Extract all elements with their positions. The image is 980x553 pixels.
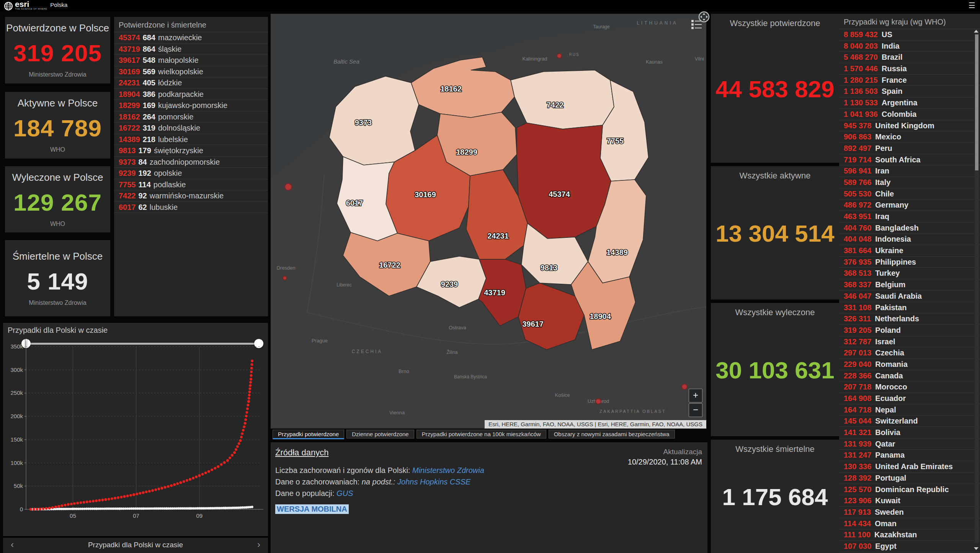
map-extent-icon[interactable] xyxy=(698,11,710,25)
mobile-version-link[interactable]: WERSJA MOBILNA xyxy=(275,504,349,514)
region-value-label: 9373 xyxy=(355,118,372,127)
scroll-up-icon[interactable] xyxy=(974,30,978,33)
map-tab-2[interactable]: Dzienne potwierdzone xyxy=(346,430,414,438)
case-marker-icon[interactable] xyxy=(283,276,287,280)
scroll-down-icon[interactable] xyxy=(974,547,978,550)
region-value-label: 18904 xyxy=(590,312,611,321)
gus-link[interactable]: GUS xyxy=(336,489,353,497)
stat-global-active: Wszystkie aktywne 13 304 514 xyxy=(711,166,839,299)
chart-title: Przypadki dla Polski w czasie xyxy=(8,326,108,335)
carousel-prev-icon[interactable]: ‹ xyxy=(11,538,14,551)
list-item: 1 041 936Colombia xyxy=(839,109,980,120)
map-tab-1[interactable]: Przypadki potwierdzone xyxy=(273,430,344,439)
list-item: 128 392Portugal xyxy=(839,473,980,484)
stat-value: 5 149 xyxy=(27,268,88,295)
stat-source: Ministerstwo Zdrowia xyxy=(29,299,86,306)
app-header: esri THE SCIENCE OF WHERE Polska ☰ xyxy=(0,0,980,11)
map-zoom-out-button[interactable]: − xyxy=(689,403,702,417)
carousel-next-icon[interactable]: › xyxy=(257,538,260,551)
table-row: 18299169kujawsko-pomorskie xyxy=(114,100,268,111)
table-row: 937384zachodniopomorskie xyxy=(114,157,268,168)
list-item: 1 136 503Spain xyxy=(839,86,980,97)
region-value-label: 16722 xyxy=(379,261,400,269)
list-item: 312 787Israel xyxy=(839,336,980,348)
case-marker-icon[interactable] xyxy=(557,54,562,58)
voivodeship-list-title: Potwierdzone i śmiertelne xyxy=(114,17,268,32)
chart-caption-bar: ‹ Przypadki dla Polski w czasie › xyxy=(3,536,268,553)
poland-choropleth-map: 9373181627422775518299453743016960172423… xyxy=(271,14,706,429)
case-marker-icon[interactable] xyxy=(682,384,687,389)
table-row: 30169569wielkopolskie xyxy=(114,66,268,78)
country-list-scrollbar[interactable] xyxy=(975,28,979,543)
country-list-panel: Przypadki wg kraju (wg WHO) 8 859 432US8… xyxy=(839,14,980,553)
country-list-title: Przypadki wg kraju (wg WHO) xyxy=(839,14,980,29)
stat-source: Ministerstwo Zdrowia xyxy=(29,71,86,78)
list-item: 114 434Oman xyxy=(839,518,980,530)
map-tab-3[interactable]: Przypadki potwierdzone na 100k mieszkańc… xyxy=(416,430,546,438)
stat-active-poland: Aktywne w Polsce 184 789 WHO xyxy=(5,92,110,159)
city-label: Košice xyxy=(555,392,570,398)
list-item: 368 513Turkey xyxy=(839,268,980,279)
johns-hopkins-link[interactable]: Johns Hopkins CSSE xyxy=(397,478,470,486)
update-label: Aktualizacja xyxy=(663,448,702,456)
y-tick-label: 0 xyxy=(20,506,23,512)
ministerstwo-zdrowia-link[interactable]: Ministerstwo Zdrowia xyxy=(412,466,484,474)
list-item: 5 468 270Brazil xyxy=(839,52,980,63)
region-value-label: 7422 xyxy=(547,101,564,109)
stat-global-confirmed: Wszystkie potwierdzone 44 583 829 xyxy=(711,14,839,163)
time-chart-panel: Przypadki dla Polski w czasie 050k100k15… xyxy=(3,323,268,553)
list-item: 331 108Pakistan xyxy=(839,302,980,314)
list-item: 228 366Canada xyxy=(839,370,980,382)
list-item: 589 766Italy xyxy=(839,177,980,188)
list-item: 1 130 533Argentina xyxy=(839,97,980,109)
city-label: Ostrava xyxy=(449,325,466,330)
y-tick-label: 300k xyxy=(10,366,23,373)
x-tick-label: 09 xyxy=(196,512,203,519)
city-label: Kaunas xyxy=(646,59,663,65)
list-item: 326 311Netherlands xyxy=(839,313,980,325)
region-value-label: 7755 xyxy=(607,137,624,145)
brand-name: esri xyxy=(15,1,47,8)
city-label: Vienna xyxy=(389,410,405,416)
source-line-text: Liczba zachorowań i zgonów dla Polski: xyxy=(275,466,412,474)
x-tick-label: 07 xyxy=(133,512,139,519)
case-marker-icon[interactable] xyxy=(285,183,292,190)
line-chart: 050k100k150k200k250k300k350k050709 xyxy=(3,338,268,536)
region-value-label: 14389 xyxy=(606,248,628,257)
city-label: Brno xyxy=(399,368,409,374)
list-item: 346 047Saudi Arabia xyxy=(839,291,980,302)
region-value-label: 9813 xyxy=(541,263,558,272)
update-timestamp: 10/29/2020, 11:08 AM xyxy=(628,458,702,466)
brand[interactable]: esri THE SCIENCE OF WHERE Polska xyxy=(4,1,67,12)
list-item: 130 336United Arab Emirates xyxy=(839,461,980,473)
map-region-warmińsko-mazurskie[interactable] xyxy=(511,70,614,129)
source-line-text: Dane o populacji: xyxy=(275,489,336,497)
list-item: 8 040 203India xyxy=(839,41,980,52)
table-row: 742292warmińsko-mazurskie xyxy=(114,190,268,202)
region-value-label: 30169 xyxy=(415,190,436,199)
map-region-mazowieckie[interactable] xyxy=(517,123,611,239)
y-tick-label: 250k xyxy=(10,389,23,396)
region-value-label: 24231 xyxy=(487,232,509,240)
map-tab-4[interactable]: Obszary z nowymi zasadami bezpieczeństwa xyxy=(549,430,675,438)
y-tick-label: 150k xyxy=(10,436,23,443)
y-tick-label: 200k xyxy=(10,413,23,419)
map-panel[interactable]: 9373181627422775518299453743016960172423… xyxy=(271,14,706,429)
map-tab-bar: Przypadki potwierdzoneDzienne potwierdzo… xyxy=(273,430,675,439)
hamburger-menu-icon[interactable]: ☰ xyxy=(969,2,975,9)
map-zoom-in-button[interactable]: + xyxy=(689,389,702,402)
x-tick-label: 05 xyxy=(70,512,76,519)
list-item: 1 280 215France xyxy=(839,75,980,86)
map-attribution: Esri, HERE, Garmin, FAO, NOAA, USGS | Es… xyxy=(485,420,706,429)
scrollbar-thumb[interactable] xyxy=(975,34,978,170)
list-item: 381 664Ukraine xyxy=(839,245,980,257)
stat-value: 1 175 684 xyxy=(711,483,839,510)
stat-title: Wszystkie potwierdzone xyxy=(711,18,839,28)
list-item: 892 497Peru xyxy=(839,143,980,154)
case-marker-icon[interactable] xyxy=(596,399,601,404)
brand-region: Polska xyxy=(50,2,67,8)
stat-source: WHO xyxy=(50,146,65,153)
brand-tagline: THE SCIENCE OF WHERE xyxy=(15,8,47,10)
list-item: 1 570 446Russia xyxy=(839,63,980,75)
region-value-label: 9239 xyxy=(441,280,458,288)
